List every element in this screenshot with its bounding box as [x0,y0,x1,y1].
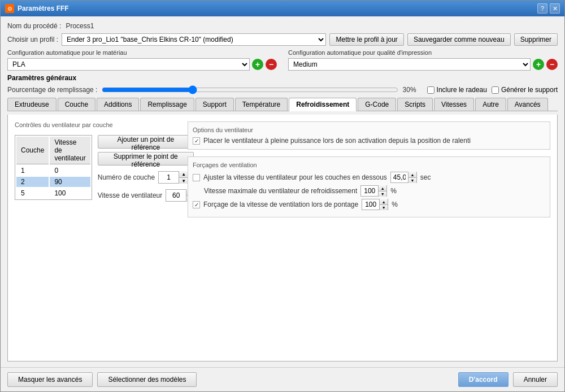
tab-avances[interactable]: Avancés [507,98,548,111]
process-label: Nom du procédé : [7,22,61,30]
close-button[interactable]: ✕ [550,3,560,14]
adjust-speed-spinner[interactable]: ▲ ▼ [390,172,417,183]
layer-num-spin-buttons: ▲ ▼ [179,171,188,184]
force-bridging-row: Forçage de la vitesse de ventilation lor… [193,199,545,210]
bottom-right-buttons: D'accord Annuler [458,372,558,387]
material-config-group: Configuration automatique pour le matéri… [7,49,277,71]
include-raft-label: Inclure le radeau [437,86,487,94]
max-speed-spin-buttons: ▲ ▼ [378,185,386,197]
tab-temperature[interactable]: Température [235,98,288,111]
row2-vitesse: 90 [50,177,90,187]
add-material-button[interactable]: + [252,59,263,70]
tab-remplissage[interactable]: Remplissage [140,98,194,111]
full-power-checkbox[interactable] [193,137,200,145]
remove-quality-button[interactable]: − [546,59,558,70]
adjust-speed-spin-buttons: ▲ ▼ [408,172,416,183]
material-config-label: Configuration automatique pour le matéri… [7,49,277,56]
tab-vitesses[interactable]: Vitesses [434,98,474,111]
tab-gcode[interactable]: G-Code [358,98,396,111]
adjust-speed-row: Ajuster la vitesse du ventilateur pour l… [193,172,545,183]
force-bridging-up[interactable]: ▲ [380,199,388,204]
layer-num-label: Numéro de couche [98,173,155,181]
save-new-button[interactable]: Sauvegarder comme nouveau [407,33,511,46]
cancel-button[interactable]: Annuler [513,372,558,387]
title-buttons: ? ✕ [537,3,560,14]
max-speed-row: Vitesse maximale du ventilateur de refro… [204,185,545,197]
process-row: Nom du procédé : Process1 [7,22,558,30]
tab-refroidissement[interactable]: Refroidissement [289,98,357,111]
quality-config-label: Configuration automatique pour qualité d… [288,49,558,56]
tab-additions[interactable]: Additions [97,98,139,111]
full-power-option: Placer le ventilateur à pleine puissance… [193,137,545,145]
max-speed-unit: % [390,187,397,195]
delete-profile-button[interactable]: Supprimer [514,33,558,46]
table-row[interactable]: 1 0 [16,165,90,176]
forcing-title: Forçages de ventilation [193,162,545,168]
app-icon: ⚙ [5,4,14,13]
fill-slider[interactable] [102,85,398,94]
add-quality-button[interactable]: + [533,59,544,70]
include-raft-checkbox[interactable] [427,86,434,94]
adjust-speed-input[interactable] [391,172,408,182]
select-models-button[interactable]: Sélectionner des modèles [97,372,197,387]
max-speed-label: Vitesse maximale du ventilateur de refro… [204,187,357,195]
bottom-left-buttons: Masquer les avancés Sélectionner des mod… [7,372,197,387]
adjust-speed-down[interactable]: ▼ [408,177,416,183]
force-bridging-checkbox[interactable] [193,201,200,208]
full-power-label: Placer le ventilateur à pleine puissance… [203,137,471,145]
remove-ref-point-button[interactable]: Supprimer le point de référence [98,152,194,165]
max-speed-up[interactable]: ▲ [379,185,386,191]
fan-options-group: Options du ventilateur Placer le ventila… [188,121,550,150]
tab-extrudeuse[interactable]: Extrudeuse [7,98,56,111]
include-raft-group: Inclure le radeau [427,86,487,94]
max-speed-spinner[interactable]: ▲ ▼ [360,185,387,197]
general-label: Paramètres généraux [7,74,558,82]
profile-label: Choisir un profil : [7,36,58,43]
tab-couche[interactable]: Couche [58,98,95,111]
ok-button[interactable]: D'accord [458,372,508,387]
max-speed-input[interactable] [361,186,378,196]
fan-options-title: Options du ventilateur [193,127,545,133]
fill-row: Pourcentage de remplissage : 30% Inclure… [7,85,558,94]
add-ref-point-button[interactable]: Ajouter un point de référence [98,135,194,149]
tab-autre[interactable]: Autre [475,98,506,111]
quality-config-group: Configuration automatique pour qualité d… [288,49,558,71]
layer-num-spinner[interactable]: ▲ ▼ [158,171,189,184]
force-bridging-input[interactable] [362,199,379,210]
force-bridging-down[interactable]: ▼ [380,204,388,210]
hide-advanced-button[interactable]: Masquer les avancés [7,372,93,387]
row1-vitesse: 0 [50,165,90,176]
fan-speed-input[interactable] [166,190,186,201]
fan-forcing-group: Forçages de ventilation Ajuster la vites… [188,156,550,217]
adjust-speed-up[interactable]: ▲ [408,172,416,177]
title-bar: ⚙ Paramètres FFF ? ✕ [1,1,564,16]
update-profile-button[interactable]: Mettre le profil à jour [329,33,403,46]
fan-table-container: Couche Vitesse de ventilateur 1 0 [15,135,92,202]
row3-couche: 5 [16,188,49,198]
auto-config-row: Configuration automatique pour le matéri… [7,49,558,71]
col-vitesse: Vitesse de ventilateur [50,137,90,164]
tab-content: Contrôles du ventilateur par couche Couc… [7,115,558,361]
layer-num-input[interactable] [159,172,179,183]
tab-scripts[interactable]: Scripts [397,98,433,111]
layer-num-down[interactable]: ▼ [179,177,188,184]
tab-support[interactable]: Support [195,98,234,111]
max-speed-down[interactable]: ▼ [379,191,386,197]
help-button[interactable]: ? [537,3,547,14]
force-bridging-spinner[interactable]: ▲ ▼ [362,199,388,210]
material-select[interactable]: PLA [7,58,250,71]
fan-controls-body: Couche Vitesse de ventilateur 1 0 [15,135,179,202]
row2-couche: 2 [16,177,49,187]
table-row[interactable]: 2 90 [16,177,90,187]
fill-slider-container [102,85,398,94]
adjust-speed-checkbox[interactable] [193,174,200,181]
title-bar-left: ⚙ Paramètres FFF [5,4,69,13]
quality-select[interactable]: Medium [288,58,531,71]
profile-select[interactable]: Ender 3 pro_Lio1 "base_Chris Elkins CR-1… [62,33,326,46]
remove-material-button[interactable]: − [266,59,277,70]
generate-support-checkbox[interactable] [492,86,499,94]
fan-controls-title: Contrôles du ventilateur par couche [15,121,179,128]
main-window: ⚙ Paramètres FFF ? ✕ Nom du procédé : Pr… [0,0,565,392]
table-row[interactable]: 5 100 [16,188,90,198]
layer-num-up[interactable]: ▲ [179,171,188,177]
